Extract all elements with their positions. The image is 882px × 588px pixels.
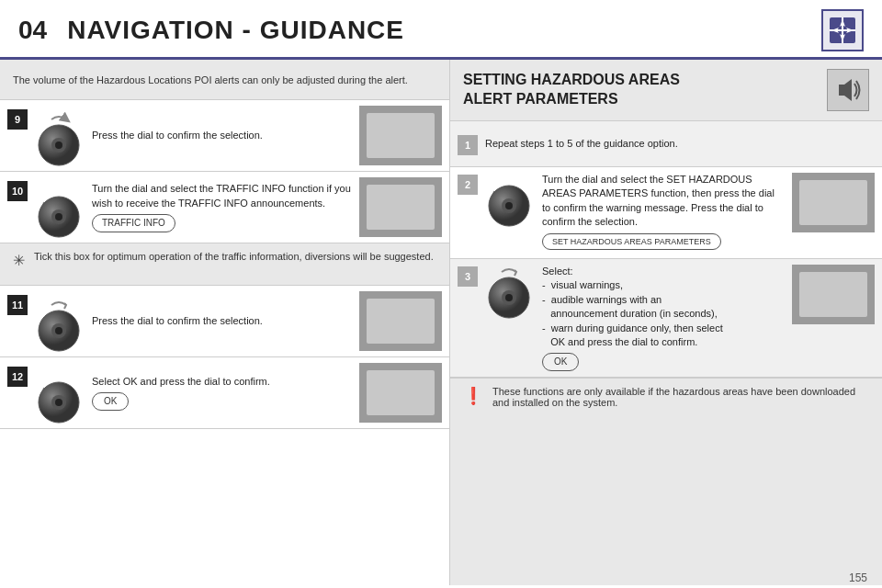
right-header-title: SETTING HAZARDOUS AREASALERT PARAMETERS xyxy=(463,71,818,109)
tip-row: ✳ Tick this box for optimum operation of… xyxy=(0,243,449,286)
right-step-text-3: Select: - visual warnings, - audible war… xyxy=(542,265,785,371)
chapter-number: 04 xyxy=(18,16,47,45)
right-step-number-3: 3 xyxy=(458,266,478,287)
warning-row: ❗ These functions are only available if … xyxy=(450,378,882,585)
dial-12 xyxy=(35,369,83,417)
dial-9 xyxy=(35,112,83,160)
svg-marker-19 xyxy=(839,79,852,101)
info-banner-text: The volume of the Hazardous Locations PO… xyxy=(13,74,408,85)
main-content: The volume of the Hazardous Locations PO… xyxy=(0,60,882,585)
speaker-icon xyxy=(827,69,869,111)
right-step-number-2: 2 xyxy=(458,175,478,195)
page-number: 155 xyxy=(849,571,867,584)
warning-text: These functions are only available if th… xyxy=(492,386,869,408)
step-image-9 xyxy=(359,106,442,165)
step-image-r2 xyxy=(792,173,875,232)
left-column: The volume of the Hazardous Locations PO… xyxy=(0,60,450,585)
right-header: SETTING HAZARDOUS AREASALERT PARAMETERS xyxy=(450,60,882,121)
step-image-10 xyxy=(359,177,442,237)
step-image-r3 xyxy=(792,265,875,324)
tip-text: Tick this box for optimum operation of t… xyxy=(34,251,434,262)
dial-11 xyxy=(35,298,83,345)
ok-badge-r3: OK xyxy=(542,353,579,371)
step-text-11: Press the dial to confirm the selection. xyxy=(92,314,352,328)
svg-point-25 xyxy=(505,294,513,301)
step-row-11: 11 Press the dial to confirm the selecti… xyxy=(0,286,449,357)
info-banner: The volume of the Hazardous Locations PO… xyxy=(0,60,449,100)
svg-point-12 xyxy=(55,213,62,220)
set-hazardous-badge: SET HAZARDOUS AREAS PARAMETERS xyxy=(542,233,721,251)
dial-10 xyxy=(35,184,83,232)
step-row-12: 12 Select OK and press the dial to confi… xyxy=(0,357,449,429)
right-step-1: 1 Repeat steps 1 to 5 of the guidance op… xyxy=(450,121,882,167)
svg-point-18 xyxy=(55,399,62,406)
step-row-10: 10 Turn the dial and select the TRAFFIC … xyxy=(0,172,449,243)
right-step-text-1: Repeat steps 1 to 5 of the guidance opti… xyxy=(485,137,875,151)
right-column: SETTING HAZARDOUS AREASALERT PARAMETERS … xyxy=(450,60,882,585)
svg-point-15 xyxy=(55,327,62,334)
step-number-11: 11 xyxy=(7,295,28,315)
dial-r3 xyxy=(485,265,533,312)
svg-point-22 xyxy=(505,202,513,209)
svg-point-9 xyxy=(55,141,62,149)
right-step-text-2: Turn the dial and select the SET HAZARDO… xyxy=(542,173,785,250)
warning-icon: ❗ xyxy=(463,386,483,406)
step-row-9: 9 Press the dial to confirm the selectio… xyxy=(0,100,449,172)
step-number-9: 9 xyxy=(7,109,28,130)
right-step-number-1: 1 xyxy=(458,135,478,155)
step-text-12: Select OK and press the dial to confirm.… xyxy=(92,375,352,411)
right-step-2: 2 Turn the dial and select the SET HAZAR… xyxy=(450,167,882,259)
step-number-12: 12 xyxy=(7,367,28,387)
step-text-9: Press the dial to confirm the selection. xyxy=(92,129,352,142)
ok-badge-12: OK xyxy=(92,392,129,411)
step-image-12 xyxy=(359,363,442,423)
tip-icon: ✳ xyxy=(13,252,25,269)
step-text-10: Turn the dial and select the TRAFFIC INF… xyxy=(92,182,352,232)
nav-icon xyxy=(821,9,864,51)
page-header: 04 NAVIGATION - GUIDANCE xyxy=(0,0,882,60)
traffic-info-badge: TRAFFIC INFO xyxy=(92,214,175,232)
right-step-3: 3 Select: - visual warnings, - audible w… xyxy=(450,259,882,378)
step-image-11 xyxy=(359,291,442,351)
page-title: NAVIGATION - GUIDANCE xyxy=(67,16,404,45)
dial-r2 xyxy=(485,173,533,220)
step-number-10: 10 xyxy=(7,181,28,201)
